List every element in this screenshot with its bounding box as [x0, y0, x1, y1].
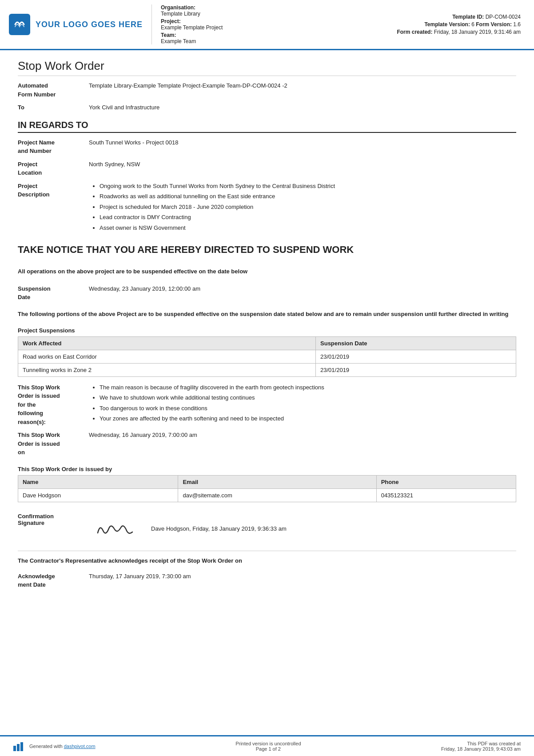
footer-center: Printed version is uncontrolled Page 1 o… — [235, 741, 301, 752]
project-description-value: Ongoing work to the South Tunnel Works f… — [89, 182, 516, 234]
footer: Generated with dashpivot.com Printed ver… — [0, 735, 534, 756]
org-line: Organisation: Template Library — [161, 4, 388, 17]
confirmation-row: ConfirmationSignature Dave Hodgson, Frid… — [18, 513, 516, 544]
header-meta: Organisation: Template Library Project: … — [161, 4, 388, 44]
footer-right: This PDF was created at Friday, 18 Janua… — [441, 741, 521, 752]
issued-by-section: This Stop Work Order is issued by Name E… — [18, 466, 516, 502]
list-item: The main reason is because of fragility … — [100, 383, 516, 392]
stop-work-reasons-value: The main reason is because of fragility … — [89, 383, 516, 425]
team-line: Team: Example Team — [161, 32, 388, 44]
project-description-label: ProjectDescription — [18, 182, 89, 199]
svg-rect-0 — [13, 746, 16, 751]
table-row: Tunnelling works in Zone 223/01/2019 — [18, 363, 516, 376]
col-suspension-date: Suspension Date — [316, 336, 516, 350]
footer-logo-icon — [13, 741, 26, 751]
project-name-row: Project Nameand Number South Tunnel Work… — [18, 138, 516, 156]
template-id-line: Template ID: DP-COM-0024 — [397, 14, 521, 20]
project-suspensions-title: Project Suspensions — [18, 327, 516, 334]
suspension-date-cell: 23/01/2019 — [316, 363, 516, 376]
page: YOUR LOGO GOES HERE Organisation: Templa… — [0, 0, 534, 756]
issued-on-value: Wednesday, 16 January 2019, 7:00:00 am — [89, 431, 516, 440]
list-item: Your zones are affected by the earth sof… — [100, 414, 516, 423]
name-cell: Dave Hodgson — [18, 488, 178, 502]
ack-date-row: Acknowledgement Date Thursday, 17 Januar… — [18, 572, 516, 589]
template-version-line: Template Version: 6 Form Version: 1.6 — [397, 21, 521, 28]
project-description-row: ProjectDescription Ongoing work to the S… — [18, 182, 516, 234]
divider — [18, 551, 516, 551]
col-phone: Phone — [376, 475, 516, 488]
svg-rect-2 — [20, 742, 23, 751]
table-header-row: Name Email Phone — [18, 475, 516, 488]
list-item: Roadworks as well as additional tunnelli… — [100, 192, 516, 201]
stop-work-reasons-row: This Stop WorkOrder is issuedfor thefoll… — [18, 383, 516, 427]
list-item: Lead contractor is DMY Contracting — [100, 213, 516, 222]
signature-image — [89, 513, 142, 544]
footer-link[interactable]: dashpivot.com — [64, 744, 96, 749]
project-suspensions-table: Work Affected Suspension Date Road works… — [18, 336, 516, 377]
issued-on-row: This Stop WorkOrder is issuedon Wednesda… — [18, 431, 516, 457]
suspension-date-row: SuspensionDate Wednesday, 23 January 201… — [18, 284, 516, 302]
project-location-row: ProjectLocation North Sydney, NSW — [18, 160, 516, 177]
list-item: Asset owner is NSW Government — [100, 224, 516, 232]
form-created-line: Form created: Friday, 18 January 2019, 9… — [397, 29, 521, 35]
project-name-value: South Tunnel Works - Project 0018 — [89, 138, 516, 147]
work-affected-cell: Tunnelling works in Zone 2 — [18, 363, 316, 376]
issued-by-title: This Stop Work Order is issued by — [18, 466, 516, 472]
suspension-date-value: Wednesday, 23 January 2019, 12:00:00 am — [89, 284, 516, 293]
ack-date-label: Acknowledgement Date — [18, 572, 89, 589]
list-item: Project is scheduled for March 2018 - Ju… — [100, 203, 516, 212]
email-cell: dav@sitemate.com — [178, 488, 376, 502]
notice-text: All operations on the above project are … — [18, 268, 516, 275]
in-regards-section-title: IN REGARDS TO — [18, 120, 516, 133]
phone-cell: 0435123321 — [376, 488, 516, 502]
footer-generated-text: Generated with dashpivot.com — [29, 744, 96, 749]
issued-by-table: Name Email Phone Dave Hodgsondav@sitemat… — [18, 475, 516, 502]
form-number-value: Template Library-Example Template Projec… — [89, 81, 516, 90]
confirmation-label: ConfirmationSignature — [18, 513, 89, 526]
main-content: Stop Work Order AutomatedForm Number Tem… — [0, 50, 534, 735]
logo-icon — [9, 14, 30, 35]
header-right: Template ID: DP-COM-0024 Template Versio… — [397, 4, 521, 44]
work-affected-cell: Road works on East Corridor — [18, 350, 316, 363]
form-number-row: AutomatedForm Number Template Library-Ex… — [18, 81, 516, 99]
logo-text: YOUR LOGO GOES HERE — [36, 20, 143, 29]
logo-area: YOUR LOGO GOES HERE — [9, 4, 152, 44]
project-description-list: Ongoing work to the South Tunnel Works f… — [89, 182, 516, 232]
logo-svg — [13, 18, 26, 31]
col-name: Name — [18, 475, 178, 488]
suspension-date-label: SuspensionDate — [18, 284, 89, 302]
contractor-ack-title: The Contractor's Representative acknowle… — [18, 557, 516, 564]
ack-date-value: Thursday, 17 January 2019, 7:30:00 am — [89, 572, 516, 581]
list-item: Too dangerous to work in these condition… — [100, 404, 516, 413]
issued-on-label: This Stop WorkOrder is issuedon — [18, 431, 89, 457]
take-notice-heading: TAKE NOTICE THAT YOU ARE HEREBY DIRECTED… — [18, 244, 516, 256]
project-line: Project: Example Template Project — [161, 18, 388, 31]
form-title: Stop Work Order — [18, 59, 516, 76]
to-value: York Civil and Infrastructure — [89, 103, 516, 112]
project-location-label: ProjectLocation — [18, 160, 89, 177]
table-header-row: Work Affected Suspension Date — [18, 336, 516, 350]
to-row: To York Civil and Infrastructure — [18, 103, 516, 112]
col-email: Email — [178, 475, 376, 488]
svg-rect-1 — [17, 744, 20, 751]
suspension-date-cell: 23/01/2019 — [316, 350, 516, 363]
list-item: We have to shutdown work while additiona… — [100, 393, 516, 402]
footer-left: Generated with dashpivot.com — [13, 741, 96, 751]
following-text: The following portions of the above Proj… — [18, 311, 516, 317]
stop-work-reasons-list: The main reason is because of fragility … — [89, 383, 516, 423]
table-row: Dave Hodgsondav@sitemate.com0435123321 — [18, 488, 516, 502]
stop-work-reasons-label: This Stop WorkOrder is issuedfor thefoll… — [18, 383, 89, 427]
to-label: To — [18, 103, 89, 112]
project-location-value: North Sydney, NSW — [89, 160, 516, 169]
table-row: Road works on East Corridor23/01/2019 — [18, 350, 516, 363]
form-number-label: AutomatedForm Number — [18, 81, 89, 99]
project-name-label: Project Nameand Number — [18, 138, 89, 156]
project-suspensions-section: Project Suspensions Work Affected Suspen… — [18, 327, 516, 377]
list-item: Ongoing work to the South Tunnel Works f… — [100, 182, 516, 191]
header: YOUR LOGO GOES HERE Organisation: Templa… — [0, 0, 534, 50]
col-work-affected: Work Affected — [18, 336, 316, 350]
signature-info: Dave Hodgson, Friday, 18 January 2019, 9… — [151, 525, 287, 532]
signature-area: Dave Hodgson, Friday, 18 January 2019, 9… — [89, 513, 287, 544]
